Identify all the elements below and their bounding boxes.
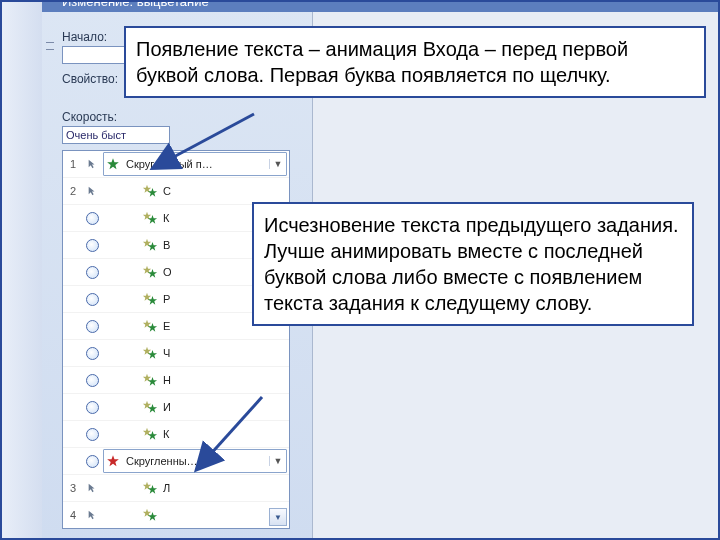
item-sequence-number: 4: [63, 509, 83, 521]
label-start: Начало:: [62, 30, 107, 44]
clock-trigger-icon: [83, 320, 101, 333]
mouse-trigger-icon: [83, 158, 101, 170]
dual-star-icon: [119, 184, 159, 198]
callout-text: Исчезновение текста предыдущего задания.…: [264, 214, 679, 314]
clock-trigger-icon: [83, 212, 101, 225]
pane-header: Изменение: выцветание: [42, 2, 718, 12]
list-item[interactable]: Скругленны…▼: [63, 448, 289, 475]
item-label: И: [159, 401, 289, 413]
entrance-star-icon: [104, 157, 122, 171]
clock-trigger-icon: [83, 455, 101, 468]
clock-trigger-icon: [83, 428, 101, 441]
dual-star-icon: [119, 346, 159, 360]
list-item[interactable]: И: [63, 394, 289, 421]
selected-item-box[interactable]: Скругленны…▼: [103, 449, 287, 473]
callout-exit-animation: Исчезновение текста предыдущего задания.…: [252, 202, 694, 326]
mouse-trigger-icon: [83, 482, 101, 494]
dual-star-icon: [119, 292, 159, 306]
list-item[interactable]: 2С: [63, 178, 289, 205]
dual-star-icon: [119, 211, 159, 225]
list-item[interactable]: 3Л: [63, 475, 289, 502]
dual-star-icon: [119, 265, 159, 279]
item-label: Н: [159, 374, 289, 386]
list-item[interactable]: Ч: [63, 340, 289, 367]
dual-star-icon: [119, 238, 159, 252]
dual-star-icon: [119, 319, 159, 333]
clock-trigger-icon: [83, 347, 101, 360]
pane-grip-icon[interactable]: [46, 42, 54, 50]
item-sequence-number: 2: [63, 185, 83, 197]
dual-star-icon: [119, 481, 159, 495]
item-label: С: [159, 185, 289, 197]
list-item[interactable]: 4: [63, 502, 289, 528]
clock-trigger-icon: [83, 401, 101, 414]
list-item[interactable]: Н: [63, 367, 289, 394]
list-item[interactable]: К: [63, 421, 289, 448]
dual-star-icon: [119, 400, 159, 414]
item-label: Скругленны…: [122, 455, 269, 467]
mouse-trigger-icon: [83, 185, 101, 197]
clock-trigger-icon: [83, 266, 101, 279]
clock-trigger-icon: [83, 374, 101, 387]
mouse-trigger-icon: [83, 509, 101, 521]
item-label: К: [159, 428, 289, 440]
callout-text: Появление текста – анимация Входа – пере…: [136, 38, 628, 86]
label-property: Свойство:: [62, 72, 118, 86]
clock-trigger-icon: [83, 239, 101, 252]
dual-star-icon: [119, 427, 159, 441]
selected-item-box[interactable]: Скругленный п…▼: [103, 152, 287, 176]
item-label: Ч: [159, 347, 289, 359]
item-label: Скругленный п…: [122, 158, 269, 170]
item-sequence-number: 1: [63, 158, 83, 170]
clock-trigger-icon: [83, 293, 101, 306]
dual-star-icon: [119, 373, 159, 387]
item-label: Л: [159, 482, 289, 494]
dual-star-icon: [119, 508, 159, 522]
callout-entry-animation: Появление текста – анимация Входа – пере…: [124, 26, 706, 98]
exit-star-icon: [104, 454, 122, 468]
chevron-down-icon[interactable]: ▼: [269, 159, 286, 169]
speed-input[interactable]: [62, 126, 170, 144]
pane-title: Изменение: выцветание: [62, 2, 209, 9]
list-item[interactable]: 1Скругленный п…▼: [63, 151, 289, 178]
item-sequence-number: 3: [63, 482, 83, 494]
label-speed: Скорость:: [62, 110, 117, 124]
chevron-down-icon[interactable]: ▼: [269, 456, 286, 466]
side-toolbar-strip: [2, 2, 43, 540]
